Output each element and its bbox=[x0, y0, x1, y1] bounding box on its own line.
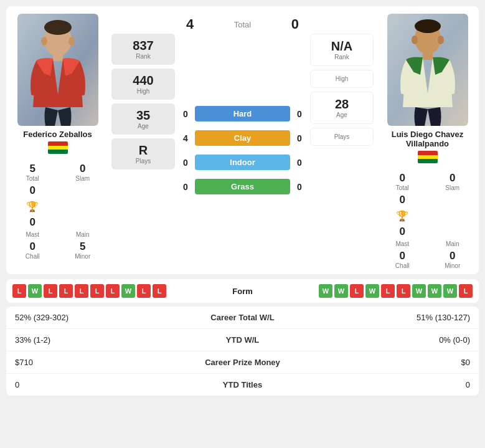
hard-button[interactable]: Hard bbox=[195, 106, 290, 122]
flag-stripe-green bbox=[48, 150, 68, 154]
right-minor-val: 0 bbox=[450, 250, 455, 262]
clay-right-score: 0 bbox=[294, 133, 305, 143]
right-mast-label-item: Mast bbox=[381, 241, 424, 247]
right-age-val: 28 bbox=[317, 97, 367, 112]
left-form-badge-l: L bbox=[90, 284, 104, 298]
left-slam-val: 0 bbox=[80, 163, 85, 175]
clay-button[interactable]: Clay bbox=[195, 130, 290, 146]
right-player-photo bbox=[387, 14, 468, 126]
left-player-image bbox=[17, 14, 98, 126]
stat-right-3: 0 bbox=[311, 380, 471, 389]
right-form-badge-w: W bbox=[428, 284, 441, 298]
left-slam-item: 0 Slam bbox=[62, 163, 105, 182]
flag-stripe-red bbox=[48, 141, 68, 146]
left-age-val: 35 bbox=[118, 108, 169, 123]
right-total-item: 0 Total bbox=[381, 172, 424, 191]
stat-right-2: $0 bbox=[311, 358, 471, 367]
stat-label-0: Career Total W/L bbox=[174, 313, 311, 322]
right-slam-lbl: Slam bbox=[445, 184, 459, 191]
left-total-lbl: Total bbox=[26, 175, 39, 182]
left-minor-val: 5 bbox=[80, 241, 85, 253]
right-form-badge-w: W bbox=[443, 284, 457, 298]
hard-right-score: 0 bbox=[294, 109, 305, 119]
indoor-left-score: 0 bbox=[180, 158, 191, 168]
right-total-score: 0 bbox=[291, 16, 299, 32]
surface-hard-row: 0 Hard 0 bbox=[180, 106, 305, 122]
mid-right-col: N/A Rank High 28 Age Plays bbox=[308, 6, 376, 274]
stats-row-3: 0YTD Titles0 bbox=[6, 374, 479, 396]
right-slam-item: 0 Slam bbox=[431, 172, 474, 191]
left-high-box: 440 High bbox=[111, 69, 175, 100]
right-total-lbl: Total bbox=[396, 184, 409, 191]
right-player-col: Luis Diego Chavez Villalpando 0 Total 0 bbox=[376, 6, 479, 274]
left-minor-item: 5 Minor bbox=[62, 241, 105, 260]
right-form-badge-l: L bbox=[397, 284, 410, 298]
left-plays-box: R Plays bbox=[111, 138, 175, 169]
right-rank-lbl: Rank bbox=[317, 54, 367, 60]
left-chall-item: 0 Chall bbox=[11, 241, 54, 260]
right-minor-item: 0 Minor bbox=[431, 250, 474, 269]
svg-rect-9 bbox=[423, 52, 433, 60]
right-rank-box: N/A Rank bbox=[310, 34, 374, 66]
svg-rect-3 bbox=[53, 54, 63, 61]
right-high-box: High bbox=[310, 70, 374, 88]
left-rank-lbl: Rank bbox=[118, 53, 169, 60]
right-chall-lbl: Chall bbox=[395, 262, 410, 269]
svg-point-4 bbox=[41, 37, 47, 45]
left-mast-label-item: Mast bbox=[11, 231, 54, 238]
stat-label-1: YTD W/L bbox=[174, 335, 311, 345]
right-chall-val: 0 bbox=[400, 250, 405, 262]
right-form-badge-w: W bbox=[365, 284, 379, 298]
left-form-badges: LWLLLLLWLL bbox=[12, 284, 166, 298]
right-form-badge-w: W bbox=[412, 284, 426, 298]
svg-point-8 bbox=[415, 19, 441, 33]
left-minor-lbl: Minor bbox=[75, 253, 90, 260]
indoor-right-score: 0 bbox=[294, 158, 305, 168]
right-high-lbl: High bbox=[317, 75, 367, 82]
left-plays-lbl: Plays bbox=[118, 158, 169, 164]
right-flag-stripe-yellow bbox=[418, 155, 438, 160]
left-trophy-icon: 🏆 bbox=[26, 201, 39, 212]
right-age-box: 28 Age bbox=[310, 92, 374, 124]
stat-left-0: 52% (329-302) bbox=[15, 313, 174, 322]
surface-clay-row: 4 Clay 0 bbox=[180, 130, 305, 146]
left-total-score: 4 bbox=[186, 16, 194, 32]
right-flag bbox=[418, 151, 438, 163]
clay-left-score: 4 bbox=[180, 133, 191, 143]
right-total-val: 0 bbox=[400, 172, 405, 184]
right-form-badge-l: L bbox=[350, 284, 364, 298]
right-form-badges: WWLWLLWWWL bbox=[319, 284, 473, 298]
left-player-col: Federico Zeballos 5 Total 0 Sla bbox=[6, 6, 109, 274]
main-container: Federico Zeballos 5 Total 0 Sla bbox=[0, 0, 485, 402]
grass-button[interactable]: Grass bbox=[195, 179, 290, 194]
stat-left-2: $710 bbox=[15, 358, 174, 367]
left-high-val: 440 bbox=[118, 74, 169, 88]
left-total-val: 5 bbox=[30, 163, 35, 175]
left-form-badge-l: L bbox=[59, 284, 73, 298]
stat-left-1: 33% (1-2) bbox=[15, 335, 174, 345]
flag-stripe-yellow bbox=[48, 146, 68, 150]
left-form-badge-l: L bbox=[137, 284, 151, 298]
left-player-name: Federico Zeballos bbox=[23, 130, 92, 139]
stats-row-1: 33% (1-2)YTD W/L0% (0-0) bbox=[6, 329, 479, 351]
right-slam-val: 0 bbox=[450, 172, 455, 184]
right-form-badge-l: L bbox=[381, 284, 395, 298]
right-stats-grid: 0 Total 0 Slam 0 🏆 0 Mast bbox=[381, 172, 474, 269]
right-player-image bbox=[387, 14, 468, 126]
left-mast-lbl: Mast bbox=[26, 231, 39, 238]
left-mast-val: 0 bbox=[30, 184, 35, 197]
right-plays-lbl: Plays bbox=[317, 133, 367, 140]
right-form-badge-w: W bbox=[334, 284, 348, 298]
svg-point-2 bbox=[44, 20, 72, 35]
left-total-item: 5 Total bbox=[11, 163, 54, 182]
left-main-label-item: Main bbox=[62, 231, 105, 238]
indoor-button[interactable]: Indoor bbox=[195, 155, 290, 170]
right-plays-box: Plays bbox=[310, 128, 374, 146]
svg-point-5 bbox=[68, 37, 75, 45]
left-main-lbl: Main bbox=[76, 231, 90, 238]
right-trophy-icon: 🏆 bbox=[396, 210, 408, 222]
right-chall-item: 0 Chall bbox=[381, 250, 424, 269]
total-header: 4 Total 0 bbox=[180, 11, 305, 35]
right-flag-container bbox=[418, 151, 438, 163]
stat-right-0: 51% (130-127) bbox=[311, 313, 471, 322]
